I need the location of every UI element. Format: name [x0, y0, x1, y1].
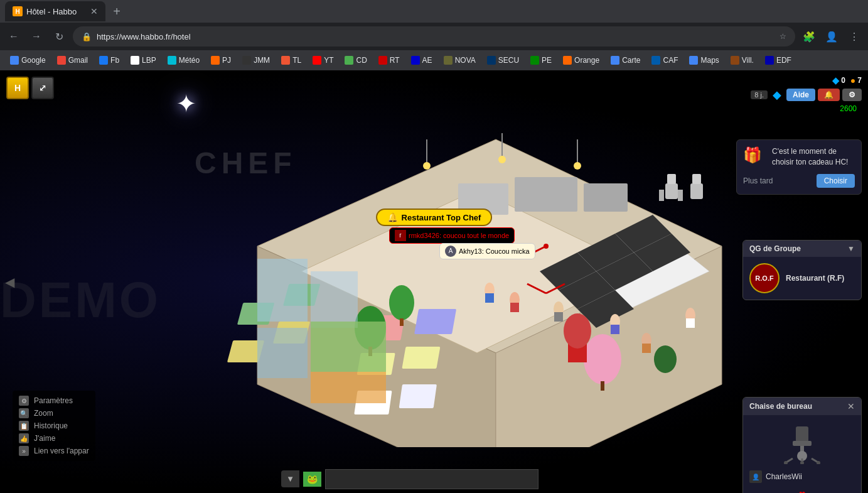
address-bar[interactable]: 🔒 https://www.habbo.fr/hotel ☆ [73, 26, 795, 46]
bookmark-jmm[interactable]: JMM [237, 55, 275, 66]
bookmark-maps[interactable]: Maps [684, 55, 724, 66]
habbo-logo-button[interactable]: H [6, 77, 29, 99]
bookmark-carte[interactable]: Carte [606, 55, 645, 66]
bookmark-ae[interactable]: AE [406, 55, 437, 66]
bookmark-icon-jmm [242, 56, 251, 65]
bookmark-secu[interactable]: SECU [482, 55, 524, 66]
back-button[interactable]: ← [5, 28, 23, 45]
qg-dropdown-icon[interactable]: ▼ [847, 244, 855, 253]
link-icon: » [19, 446, 29, 456]
lock-icon: 🔒 [82, 32, 92, 41]
svg-rect-68 [690, 183, 703, 199]
reload-button[interactable]: ↻ [50, 28, 68, 45]
lien-label: Lien vers l'appar [34, 447, 89, 455]
bookmark-icon-orange [563, 56, 572, 65]
new-tab-button[interactable]: + [108, 3, 126, 20]
bookmark-icon-secu [487, 56, 496, 65]
bookmark-icon-carte [611, 56, 619, 65]
bookmark-gmail[interactable]: Gmail [52, 55, 93, 66]
bookmark-label: Fb [110, 56, 119, 65]
coins-display: ● 7 [850, 75, 862, 85]
svg-point-77 [800, 461, 804, 464]
bookmark-cd[interactable]: CD [340, 55, 372, 66]
room-svg [176, 121, 734, 447]
svg-rect-64 [665, 183, 678, 199]
chat-expand-button[interactable]: ▼ [281, 470, 299, 487]
svg-point-63 [574, 162, 581, 170]
svg-rect-57 [311, 372, 386, 403]
bookmark-google[interactable]: Google [5, 55, 51, 66]
tab-close-button[interactable]: ✕ [90, 6, 98, 16]
bookmark-icon-caf [651, 56, 660, 65]
bookmark-label: Maps [700, 56, 719, 65]
left-menu-historique[interactable]: 📋 Historique [19, 420, 89, 432]
coin-icon: ● [850, 75, 855, 85]
bookmark-yt[interactable]: YT [308, 55, 338, 66]
profile-button[interactable]: 👤 [823, 28, 840, 45]
qg-panel-header: QG de Groupe ▼ [743, 241, 861, 257]
bookmark-pe[interactable]: PE [525, 55, 557, 66]
bookmark-label: JMM [254, 56, 270, 65]
extensions-button[interactable]: 🧩 [800, 28, 818, 45]
right-top-panel: ◆ 0 ● 7 8 j. ◆ Aide 🔔 ⚙ 2600 [736, 75, 862, 113]
gift-later-button[interactable]: Plus tard [743, 176, 773, 185]
credits-count: 2600 [840, 104, 857, 113]
bookmark-nova[interactable]: NOVA [439, 55, 481, 66]
chat-bubble-akhy: A Akhy13: Coucou micka [439, 243, 535, 259]
tab-bar: H Hôtel - Habbo ✕ + [0, 0, 868, 23]
bookmark-lbp[interactable]: LBP [126, 55, 161, 66]
notification-button[interactable]: 🔔 [818, 89, 840, 101]
svg-rect-53 [257, 259, 308, 322]
svg-rect-52 [584, 183, 628, 212]
bookmark-star-icon[interactable]: ☆ [780, 32, 786, 41]
bookmark-icon-météo [168, 56, 176, 65]
bookmark-tl[interactable]: TL [276, 55, 306, 66]
bookmark-icon-ae [411, 56, 420, 65]
diamond-icon: ◆ [832, 75, 839, 85]
qg-title: QG de Groupe [749, 244, 801, 253]
bookmark-rt[interactable]: RT [373, 55, 405, 66]
bookmark-label: LBP [142, 56, 156, 65]
bookmark-fb[interactable]: Fb [94, 55, 124, 66]
chat-avatar-button[interactable]: 🐸 [303, 472, 321, 487]
bookmark-caf[interactable]: CAF [646, 55, 683, 66]
menu-button[interactable]: ⋮ [845, 28, 863, 45]
gift-choose-button[interactable]: Choisir [817, 174, 855, 188]
svg-rect-66 [678, 190, 683, 201]
game-chat-area: ▼ 🐸 [276, 465, 742, 493]
svg-rect-41 [510, 303, 519, 312]
forward-button[interactable]: → [28, 28, 45, 45]
room-label: 🔔 Restaurant Top Chef [376, 209, 493, 226]
svg-point-35 [654, 345, 677, 373]
bookmark-vill.[interactable]: Vill. [726, 55, 759, 66]
svg-rect-19 [402, 347, 440, 369]
left-menu-parametres[interactable]: ⚙ Paramètres [19, 394, 89, 407]
svg-line-74 [786, 458, 793, 462]
bookmark-icon-pj [211, 56, 220, 65]
zoom-icon: 🔍 [19, 408, 29, 418]
sparkle-effect: ✦ [176, 89, 197, 118]
left-menu-jaime[interactable]: 👍 J'aime [19, 432, 89, 445]
chat-input-field[interactable] [325, 469, 538, 489]
bookmark-pj[interactable]: PJ [206, 55, 236, 66]
left-scroll-arrow[interactable]: ◀ [5, 274, 14, 290]
credits-icon: ◆ [773, 88, 781, 102]
left-menu-lien[interactable]: » Lien vers l'appar [19, 445, 89, 457]
bookmark-label: PE [542, 56, 552, 65]
bookmark-icon-fb [99, 56, 108, 65]
bookmark-label: Google [21, 56, 46, 65]
settings-button[interactable]: ⚙ [842, 89, 862, 101]
aide-button[interactable]: Aide [786, 89, 815, 101]
bookmark-météo[interactable]: Météo [163, 55, 205, 66]
chaise-title: Chaise de bureau [749, 402, 812, 411]
chaise-heart-button[interactable]: ♥ [799, 488, 806, 493]
fullscreen-button[interactable]: ⤢ [31, 77, 54, 99]
bookmark-edf[interactable]: EDF [760, 55, 796, 66]
chaise-close-button[interactable]: ✕ [847, 401, 855, 411]
tab-favicon: H [13, 6, 23, 16]
address-text: https://www.habbo.fr/hotel [97, 32, 774, 41]
bookmark-orange[interactable]: Orange [558, 55, 604, 66]
left-menu-zoom[interactable]: 🔍 Zoom [19, 407, 89, 420]
active-tab[interactable]: H Hôtel - Habbo ✕ [5, 1, 105, 21]
bookmark-label: NOVA [455, 56, 476, 65]
